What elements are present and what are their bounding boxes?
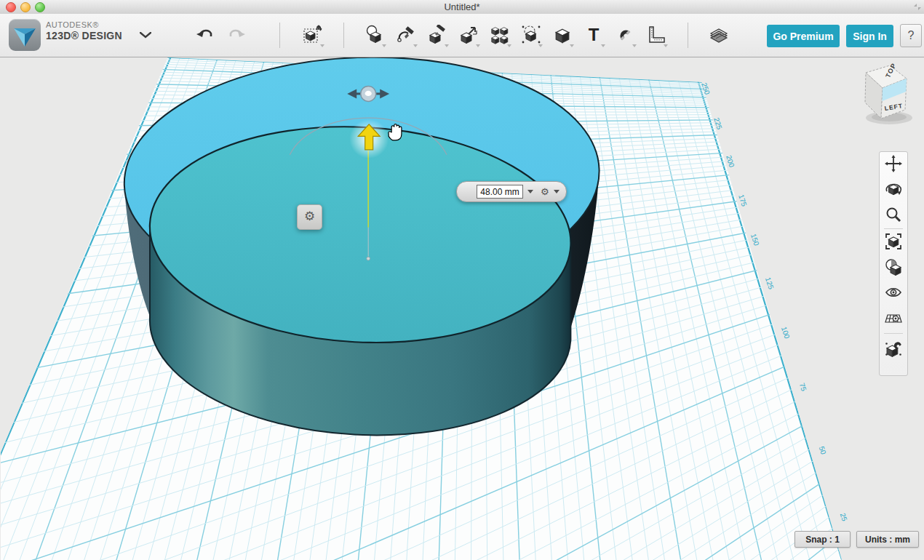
dropdown-arrow [413,44,418,47]
zoom-fit-tool-icon[interactable] [885,233,902,250]
axis-end-dot [367,257,370,260]
sidebar-separator [884,228,903,229]
brand-maker: AUTODESK® [46,20,122,30]
magnet-icon [615,25,635,45]
construct-icon [427,25,447,45]
primitives-tool[interactable] [362,22,388,48]
undo-button[interactable] [192,22,218,48]
grid-axis-label: 25 [839,512,849,522]
menu-chevron-down-icon[interactable] [140,32,151,39]
pattern-icon [490,25,510,45]
grid-visibility-icon[interactable] [885,309,902,327]
sign-in-button[interactable]: Sign In [846,25,893,47]
navigation-sidebar [879,151,908,376]
snap-setting-button[interactable]: Snap : 1 [794,531,851,548]
sketch-icon [396,25,416,45]
primitives-icon [365,25,385,45]
window-title: Untitled* [0,1,924,12]
modify-tool[interactable] [455,22,482,48]
combine-icon [552,25,573,45]
app-window: Untitled* AUTODESK® 123D® DESIGN [0,0,924,560]
group-tool[interactable] [518,22,544,48]
dropdown-arrow [538,44,543,47]
extrude-distance-input[interactable] [477,185,523,199]
options-dropdown-arrow[interactable] [554,190,559,193]
toolbar-separator [343,23,344,48]
redo-button[interactable] [223,22,250,48]
units-setting-button[interactable]: Units : mm [856,531,919,548]
viewport-3d[interactable]: 250225200175150125100755025 [0,57,924,560]
grid-axis-label: 125 [764,276,776,291]
sidebar-separator [884,333,903,334]
toolbar-separator [688,23,688,48]
dropdown-arrow [570,44,574,47]
toolbar-separator [279,23,280,48]
dropdown-arrow [632,44,637,47]
construct-tool[interactable] [424,22,450,48]
dropdown-arrow [382,44,386,47]
svg-text:T: T [589,25,600,44]
dropdown-arrow [601,44,605,47]
dropdown-arrow [476,44,480,47]
extrude-settings-gear-button[interactable]: ⚙ [297,204,322,230]
materials-layers-icon [709,25,729,45]
text-tool[interactable]: T [581,22,607,48]
text-tool-icon: T [584,25,604,45]
modify-icon [458,25,479,45]
scene-canvas[interactable]: 250225200175150125100755025 [0,57,924,560]
go-premium-button[interactable]: Go Premium [767,25,840,47]
transform-move-tool[interactable] [300,22,326,48]
grid-axis-label: 75 [798,382,808,392]
dropdown-arrow [445,44,449,47]
grid-axis-label: 50 [818,445,828,455]
dropdown-arrow [507,44,511,47]
material-shade-tool-icon[interactable] [885,258,902,276]
dropdown-arrow [664,44,668,47]
undo-icon [195,25,215,45]
brand-text: AUTODESK® 123D® DESIGN [46,20,122,41]
dimension-dropdown-arrow[interactable] [527,190,533,193]
group-icon [521,25,541,45]
model-cylinder[interactable] [120,57,603,435]
transform-move-icon [303,25,323,45]
dimension-options-gear-icon[interactable]: ⚙ [541,186,549,197]
app-logo-icon[interactable] [9,19,41,51]
ruler-tool[interactable] [643,22,669,48]
title-bar: Untitled* [0,0,924,15]
combine-tool[interactable] [549,22,575,48]
grid-axis-label: 175 [737,193,749,208]
orbit-tool-icon[interactable] [885,180,902,198]
redo-icon [226,25,247,45]
grid-axis-label: 100 [780,326,792,340]
hide-show-eye-icon[interactable] [885,284,902,301]
materials-tool[interactable] [706,22,732,48]
brand-product: 123D® DESIGN [46,30,122,41]
snap-toggle-icon[interactable] [885,340,902,357]
dropdown-arrow [320,44,324,47]
gear-icon: ⚙ [304,209,315,223]
help-button[interactable]: ? [900,24,922,47]
ruler-icon [646,25,666,45]
grid-axis-label: 150 [749,233,761,247]
sketch-tool[interactable] [393,22,419,48]
fullscreen-icon[interactable] [914,4,921,10]
pan-tool-icon[interactable] [885,155,902,172]
main-toolbar: AUTODESK® 123D® DESIGN [0,14,924,57]
pattern-tool[interactable] [487,22,513,48]
dimension-pill: ⚙ [456,181,567,202]
zoom-tool-icon[interactable] [885,206,902,223]
view-cube[interactable]: TOP LEFT [851,60,924,133]
snap-tool[interactable] [612,22,638,48]
